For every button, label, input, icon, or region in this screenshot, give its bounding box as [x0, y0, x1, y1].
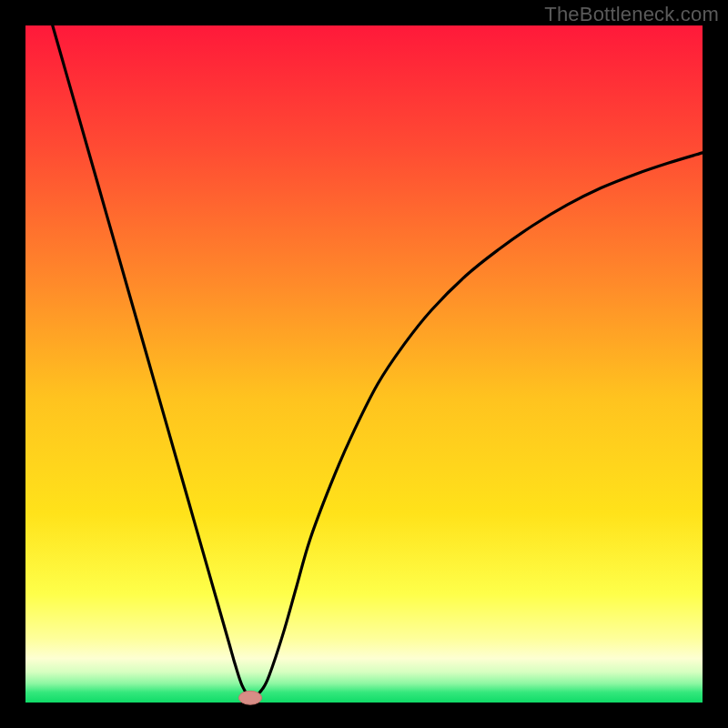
- watermark-text: TheBottleneck.com: [544, 3, 719, 26]
- optimum-marker: [238, 691, 261, 704]
- gradient-background: [25, 25, 703, 703]
